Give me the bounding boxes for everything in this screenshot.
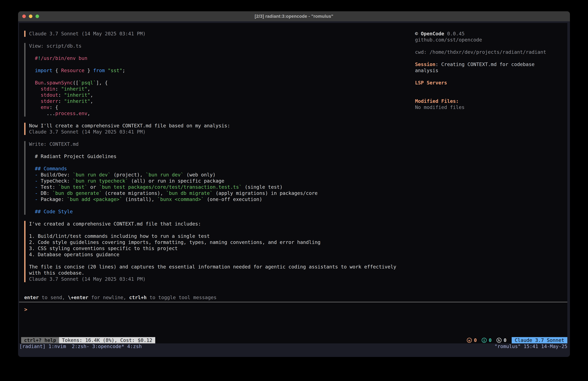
window-title: [2/3] radiant:3:opencode - "romulus" bbox=[255, 14, 333, 19]
session-sidebar: © OpenCode 0.0.45github.com/sst/opencode… bbox=[415, 31, 546, 111]
text-line: View: script/db.ts bbox=[29, 43, 125, 49]
window-titlebar[interactable]: [2/3] radiant:3:opencode - "romulus" bbox=[18, 11, 570, 21]
info-count: 0 bbox=[489, 337, 492, 343]
text-line: Now I'll create a comprehensive CONTEXT.… bbox=[29, 123, 230, 129]
text-line bbox=[415, 86, 546, 92]
text-line: cwd: /home/thdxr/dev/projects/radiant/ra… bbox=[415, 49, 546, 55]
text-line bbox=[415, 74, 546, 80]
message-body: Write: CONTEXT.md # Radiant Project Guid… bbox=[25, 141, 317, 215]
text-line: ...process.env, bbox=[29, 111, 125, 116]
text-line: ## Code Style bbox=[29, 209, 317, 215]
warning-counter: w 0 bbox=[467, 337, 477, 343]
text-line: - Build/Dev: `bun run dev` (project), `b… bbox=[29, 172, 317, 178]
info-icon: i bbox=[482, 338, 487, 343]
prompt-chevron-icon: > bbox=[24, 306, 27, 313]
message-block: Now I'll create a comprehensive CONTEXT.… bbox=[24, 123, 396, 135]
warning-icon: w bbox=[467, 338, 472, 343]
tmux-status-bar: [radiant] 1:nvim 2:zsh- 3:opencode* 4:zs… bbox=[19, 343, 567, 350]
message-input[interactable]: > bbox=[24, 306, 27, 313]
text-line bbox=[29, 49, 125, 55]
text-line bbox=[29, 74, 125, 80]
message-block: I've created a comprehensive CONTEXT.md … bbox=[24, 221, 396, 282]
diagnostic-counters: w 0 i 0 h 0 bbox=[467, 337, 506, 343]
hint-counter: h 0 bbox=[497, 337, 506, 343]
tokens-cost-badge: Tokens: 16.4K (8%), Cost: $0.12 bbox=[59, 337, 155, 343]
text-line bbox=[29, 159, 317, 166]
text-line: Bun.spawnSync([`psql`], { bbox=[29, 80, 125, 86]
text-line: © OpenCode 0.0.45 bbox=[415, 31, 546, 37]
tmux-session-clock: "romulus" 15:41 14-May-25 bbox=[494, 343, 567, 350]
message-accent-bar bbox=[24, 31, 25, 37]
text-line: Claude 3.7 Sonnet (14 May 2025 03:41 PM) bbox=[29, 129, 230, 135]
text-line bbox=[415, 92, 546, 98]
text-line bbox=[415, 55, 546, 61]
traffic-lights bbox=[22, 11, 39, 21]
desktop: { "window": { "title": "[2/3] radiant:3:… bbox=[0, 0, 588, 381]
text-line: enter to send, \+enter for newline, ctrl… bbox=[24, 294, 216, 301]
text-line: - Package: `bun add <package>` (install)… bbox=[29, 196, 317, 202]
message-accent-bar bbox=[24, 43, 25, 116]
help-shortcut-badge: ctrl+? help bbox=[21, 337, 59, 343]
text-line: The file is concise (20 lines) and captu… bbox=[29, 264, 396, 270]
opencode-status-bar: ctrl+? help Tokens: 16.4K (8%), Cost: $0… bbox=[19, 337, 567, 343]
text-line: # Radiant Project Guidelines bbox=[29, 153, 317, 159]
message-accent-bar bbox=[24, 221, 25, 282]
text-line: LSP Servers bbox=[415, 80, 546, 86]
message-body: Now I'll create a comprehensive CONTEXT.… bbox=[25, 123, 230, 135]
text-line bbox=[29, 202, 317, 209]
text-line: ## Commands bbox=[29, 166, 317, 172]
text-line: #!/usr/bin/env bun bbox=[29, 55, 125, 61]
conversation: Claude 3.7 Sonnet (14 May 2025 03:41 PM)… bbox=[24, 31, 396, 288]
text-line: No modified files bbox=[415, 104, 546, 111]
text-line: Modified Files: bbox=[415, 98, 546, 104]
message-body: Claude 3.7 Sonnet (14 May 2025 03:41 PM) bbox=[25, 31, 146, 37]
text-line: github.com/sst/opencode bbox=[415, 37, 546, 43]
message-accent-bar bbox=[24, 141, 25, 215]
zoom-button[interactable] bbox=[36, 15, 39, 18]
text-line bbox=[29, 258, 396, 264]
text-line: stdout: "inherit", bbox=[29, 92, 125, 98]
input-divider bbox=[19, 302, 567, 302]
text-line: Write: CONTEXT.md bbox=[29, 141, 317, 147]
text-line: - TypeCheck: `bun run typecheck` (all) o… bbox=[29, 178, 317, 184]
text-line: 2. Code style guidelines covering import… bbox=[29, 239, 396, 246]
message-body: I've created a comprehensive CONTEXT.md … bbox=[25, 221, 396, 282]
text-line bbox=[415, 43, 546, 49]
warning-count: 0 bbox=[474, 337, 477, 343]
message-block: Write: CONTEXT.md # Radiant Project Guid… bbox=[24, 141, 396, 215]
text-line: - DB: `bun db generate` (create migratio… bbox=[29, 190, 317, 196]
keybinding-hint: enter to send, \+enter for newline, ctrl… bbox=[24, 294, 216, 301]
message-block: Claude 3.7 Sonnet (14 May 2025 03:41 PM) bbox=[24, 31, 396, 37]
text-line: 3. CSS styling conventions specific to t… bbox=[29, 246, 396, 251]
text-line: Claude 3.7 Sonnet (14 May 2025 03:41 PM) bbox=[29, 276, 396, 282]
text-line: stdin: "inherit", bbox=[29, 86, 125, 92]
minimize-button[interactable] bbox=[29, 15, 32, 18]
text-line bbox=[29, 227, 396, 233]
text-line: 1. Build/lint/test commands including ho… bbox=[29, 233, 396, 239]
hint-count: 0 bbox=[504, 337, 506, 343]
info-counter: i 0 bbox=[482, 337, 492, 343]
text-line: Session: Creating CONTEXT.md for codebas… bbox=[415, 61, 546, 67]
message-accent-bar bbox=[24, 123, 25, 135]
text-line: - Test: `bun test` or `bun test packages… bbox=[29, 184, 317, 190]
text-line: 4. Database operations guidance bbox=[29, 251, 396, 258]
text-line: env: { bbox=[29, 104, 125, 111]
message-block: View: script/db.ts #!/usr/bin/env bun im… bbox=[24, 43, 396, 116]
terminal-content: Claude 3.7 Sonnet (14 May 2025 03:41 PM)… bbox=[19, 23, 567, 343]
terminal-window: [2/3] radiant:3:opencode - "romulus" Cla… bbox=[18, 11, 570, 357]
text-line: I've created a comprehensive CONTEXT.md … bbox=[29, 221, 396, 227]
text-line: analysis bbox=[415, 67, 546, 74]
close-button[interactable] bbox=[22, 15, 26, 18]
text-line: with this codebase. bbox=[29, 270, 396, 276]
text-line: import { Resource } from "sst"; bbox=[29, 67, 125, 74]
hint-icon: h bbox=[497, 338, 502, 343]
text-line bbox=[29, 61, 125, 67]
tmux-window-list[interactable]: [radiant] 1:nvim 2:zsh- 3:opencode* 4:zs… bbox=[19, 343, 142, 350]
text-line bbox=[29, 147, 317, 153]
model-badge[interactable]: Claude 3.7 Sonnet bbox=[512, 337, 567, 343]
text-line: stderr: "inherit", bbox=[29, 98, 125, 104]
text-line: Claude 3.7 Sonnet (14 May 2025 03:41 PM) bbox=[29, 31, 146, 37]
message-body: View: script/db.ts #!/usr/bin/env bun im… bbox=[25, 43, 125, 116]
